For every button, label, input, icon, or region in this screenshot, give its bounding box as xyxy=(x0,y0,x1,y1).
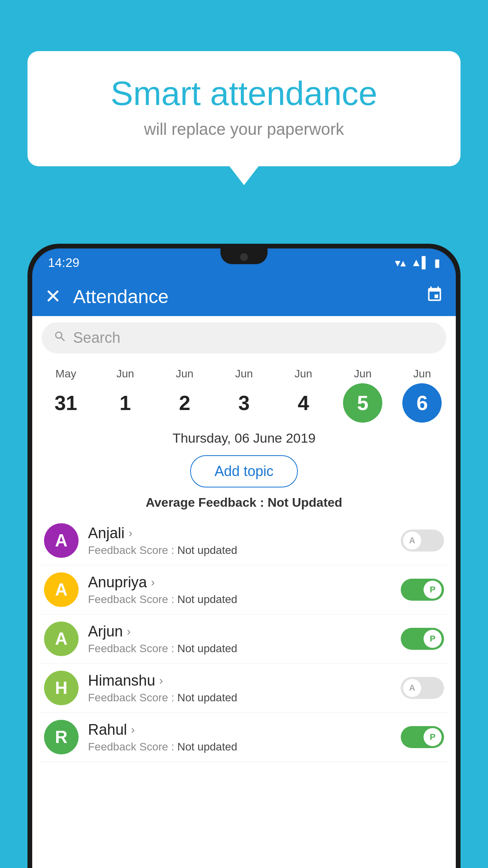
phone-notch xyxy=(220,248,268,264)
chevron-icon: › xyxy=(159,674,163,687)
day-month-label: Jun xyxy=(116,368,134,380)
search-bar-container: Search xyxy=(32,316,456,360)
chevron-icon: › xyxy=(131,723,135,736)
search-placeholder: Search xyxy=(73,329,120,346)
student-name[interactable]: Rahul › xyxy=(88,721,391,738)
student-feedback: Feedback Score : Not updated xyxy=(88,691,391,704)
calendar-day-4[interactable]: Jun4 xyxy=(280,368,327,423)
toggle-knob: P xyxy=(424,630,442,648)
day-month-label: May xyxy=(55,368,76,380)
hero-section: Smart attendance will replace your paper… xyxy=(28,51,460,166)
day-number: 6 xyxy=(402,383,442,423)
day-month-label: Jun xyxy=(176,368,193,380)
avatar: H xyxy=(44,671,79,705)
student-info: Himanshu ›Feedback Score : Not updated xyxy=(88,672,391,704)
calendar-row: May31Jun1Jun2Jun3Jun4Jun5Jun6 xyxy=(32,360,456,423)
app-bar: ✕ Attendance xyxy=(32,277,456,316)
day-number: 5 xyxy=(343,383,382,423)
day-number: 3 xyxy=(224,383,264,423)
toggle-knob: P xyxy=(424,581,442,599)
day-month-label: Jun xyxy=(413,368,431,380)
hero-title: Smart attendance xyxy=(59,75,429,112)
student-item-2: AArjun ›Feedback Score : Not updatedP xyxy=(40,614,448,664)
phone-screen: ✕ Attendance xyxy=(32,277,456,868)
student-item-3: HHimanshu ›Feedback Score : Not updatedA xyxy=(40,664,448,713)
avg-feedback-value: Not Updated xyxy=(268,495,342,509)
student-info: Rahul ›Feedback Score : Not updated xyxy=(88,721,391,753)
calendar-day-3[interactable]: Jun3 xyxy=(220,368,268,423)
screen-body: Search May31Jun1Jun2Jun3Jun4Jun5Jun6 Thu… xyxy=(32,316,456,868)
student-name[interactable]: Anupriya › xyxy=(88,574,391,591)
attendance-toggle-0[interactable]: A xyxy=(401,530,444,552)
phone-frame: 14:29 ▾▴ ▲▌ ▮ ✕ Attendance xyxy=(28,244,460,868)
student-feedback: Feedback Score : Not updated xyxy=(88,593,391,606)
student-name[interactable]: Anjali › xyxy=(88,525,391,542)
avatar: A xyxy=(44,572,79,607)
wifi-icon: ▾▴ xyxy=(395,256,406,269)
day-number: 2 xyxy=(165,383,204,423)
student-feedback: Feedback Score : Not updated xyxy=(88,741,391,753)
avatar: R xyxy=(44,720,79,754)
chevron-icon: › xyxy=(127,625,131,638)
toggle-knob: A xyxy=(403,679,421,697)
search-input[interactable]: Search xyxy=(42,322,446,353)
day-month-label: Jun xyxy=(235,368,253,380)
attendance-toggle-1[interactable]: P xyxy=(401,579,444,601)
student-feedback: Feedback Score : Not updated xyxy=(88,544,391,557)
student-name[interactable]: Himanshu › xyxy=(88,672,391,689)
selected-date: Thursday, 06 June 2019 xyxy=(32,423,456,450)
student-item-1: AAnupriya ›Feedback Score : Not updatedP xyxy=(40,565,448,614)
student-info: Anupriya ›Feedback Score : Not updated xyxy=(88,574,391,606)
attendance-toggle-3[interactable]: A xyxy=(401,677,444,699)
avg-feedback: Average Feedback : Not Updated xyxy=(32,493,456,516)
avatar: A xyxy=(44,622,79,656)
status-time: 14:29 xyxy=(48,256,79,270)
student-name[interactable]: Arjun › xyxy=(88,623,391,640)
student-feedback: Feedback Score : Not updated xyxy=(88,642,391,655)
day-number: 31 xyxy=(46,383,86,423)
speech-bubble: Smart attendance will replace your paper… xyxy=(28,51,460,166)
avatar: A xyxy=(44,523,79,558)
student-item-4: RRahul ›Feedback Score : Not updatedP xyxy=(40,713,448,762)
calendar-day-5[interactable]: Jun5 xyxy=(339,368,386,423)
calendar-button[interactable] xyxy=(426,286,443,307)
attendance-toggle-2[interactable]: P xyxy=(401,628,444,650)
day-month-label: Jun xyxy=(354,368,372,380)
student-info: Anjali ›Feedback Score : Not updated xyxy=(88,525,391,557)
battery-icon: ▮ xyxy=(434,256,440,269)
calendar-day-1[interactable]: Jun1 xyxy=(102,368,149,423)
phone-inner: 14:29 ▾▴ ▲▌ ▮ ✕ Attendance xyxy=(32,248,456,868)
attendance-toggle-4[interactable]: P xyxy=(401,726,444,748)
student-item-0: AAnjali ›Feedback Score : Not updatedA xyxy=(40,516,448,565)
day-number: 1 xyxy=(106,383,145,423)
chevron-icon: › xyxy=(128,526,132,540)
student-list: AAnjali ›Feedback Score : Not updatedAAA… xyxy=(32,516,456,762)
toggle-knob: P xyxy=(424,728,442,746)
signal-icon: ▲▌ xyxy=(411,256,429,269)
day-number: 4 xyxy=(284,383,323,423)
calendar-day-2[interactable]: Jun2 xyxy=(161,368,208,423)
toggle-knob: A xyxy=(403,531,421,550)
add-topic-button[interactable]: Add topic xyxy=(190,455,298,487)
status-icons: ▾▴ ▲▌ ▮ xyxy=(395,256,440,269)
calendar-day-0[interactable]: May31 xyxy=(42,368,90,423)
search-icon xyxy=(53,330,67,346)
hero-subtitle: will replace your paperwork xyxy=(59,120,429,139)
close-button[interactable]: ✕ xyxy=(45,287,61,306)
camera xyxy=(240,253,248,261)
app-title: Attendance xyxy=(73,286,426,307)
student-info: Arjun ›Feedback Score : Not updated xyxy=(88,623,391,655)
calendar-day-6[interactable]: Jun6 xyxy=(398,368,446,423)
chevron-icon: › xyxy=(151,576,155,589)
day-month-label: Jun xyxy=(295,368,312,380)
